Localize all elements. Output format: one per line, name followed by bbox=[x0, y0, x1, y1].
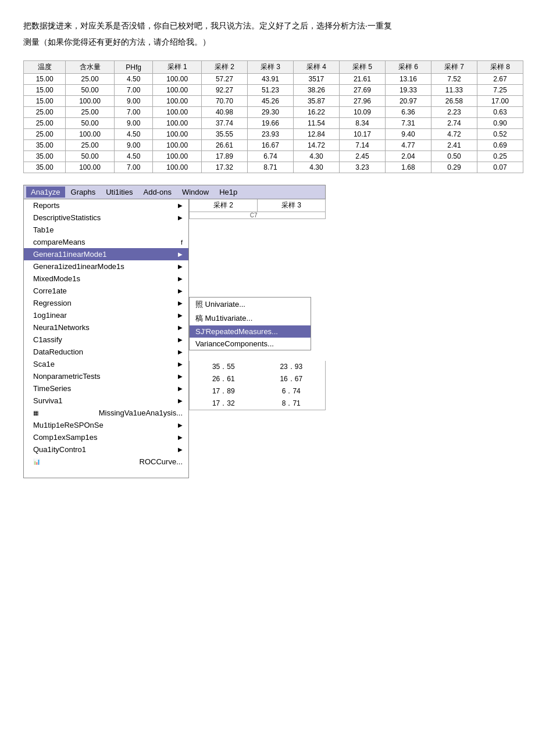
table-header: 含水量 bbox=[66, 61, 115, 74]
table-cell: 100.00 bbox=[153, 162, 202, 173]
arrow-icon: ▶ bbox=[178, 300, 183, 306]
table-cell: 7.25 bbox=[477, 85, 523, 96]
table-cell: 4.30 bbox=[293, 162, 339, 173]
menu-datareduction[interactable]: DataReduction ▶ bbox=[24, 346, 188, 358]
table-cell: 17.32 bbox=[201, 162, 247, 173]
menu-missingvalue[interactable]: ▦ MissingVa1ueAna1ysis... bbox=[24, 407, 188, 419]
menu-multipleresponse[interactable]: Mu1tip1eReSPOnSe ▶ bbox=[24, 419, 188, 431]
table-cell: 100.00 bbox=[153, 96, 202, 107]
table-cell: 2.23 bbox=[431, 107, 477, 118]
arrow-icon: ▶ bbox=[178, 361, 183, 367]
table-header: 采样 7 bbox=[431, 61, 477, 74]
table-cell: 15.00 bbox=[24, 74, 66, 85]
table-row: 15.0050.007.00100.0092.2751.2338.2627.69… bbox=[24, 85, 523, 96]
table-cell: 17.00 bbox=[477, 96, 523, 107]
table-row: 35.0050.004.50100.0017.896.744.302.452.0… bbox=[24, 151, 523, 162]
table-cell: 100.00 bbox=[66, 96, 115, 107]
menu-comparemeans[interactable]: compareMeans f bbox=[24, 236, 188, 248]
table-cell: 4.30 bbox=[293, 151, 339, 162]
table-header: PHfg bbox=[114, 61, 153, 74]
table-cell: 11.54 bbox=[293, 118, 339, 129]
table-row: 15.0025.004.50100.0057.2743.91351721.611… bbox=[24, 74, 523, 85]
menubar-addons[interactable]: Add-ons bbox=[138, 187, 176, 198]
col-label: C7 bbox=[192, 212, 258, 218]
table-cell: 27.69 bbox=[339, 85, 385, 96]
table-cell: 25.00 bbox=[66, 140, 115, 151]
table-cell: 2.45 bbox=[339, 151, 385, 162]
arrow-icon: ▶ bbox=[178, 263, 183, 270]
table-header: 温度 bbox=[24, 61, 66, 74]
table-cell: 7.52 bbox=[431, 74, 477, 85]
table-cell: 100.00 bbox=[153, 151, 202, 162]
menubar-utilities[interactable]: Uti1ities bbox=[101, 187, 137, 198]
menu-timeseries[interactable]: TimeSeries ▶ bbox=[24, 382, 188, 395]
table-cell: 35.00 bbox=[24, 151, 66, 162]
menu-regression[interactable]: Regression ▶ bbox=[24, 297, 188, 309]
table-cell: 7.00 bbox=[114, 85, 153, 96]
table-cell: 57.27 bbox=[201, 74, 247, 85]
arrow-icon: ▶ bbox=[178, 324, 183, 331]
table-cell: 3.23 bbox=[339, 162, 385, 173]
menu-container: Ana1yze Graphs Uti1ities Add-ons Window … bbox=[23, 185, 326, 478]
arrow-icon: ▶ bbox=[178, 251, 183, 257]
table-cell: 26.61 bbox=[201, 140, 247, 151]
menu-neuralnetworks[interactable]: Neura1Networks ▶ bbox=[24, 321, 188, 334]
table-cell: 14.72 bbox=[293, 140, 339, 151]
table-cell: 0.90 bbox=[477, 118, 523, 129]
table-cell: 51.23 bbox=[247, 85, 293, 96]
table-cell: 100.00 bbox=[153, 118, 202, 129]
menu-correlate[interactable]: Corre1ate ▶ bbox=[24, 285, 188, 297]
menu-generalizedlinearmodels[interactable]: Genera1ized1inearMode1s ▶ bbox=[24, 260, 188, 273]
data-preview-header: 采样 2 采样 3 bbox=[190, 199, 325, 212]
menu-survival[interactable]: Surviva1 ▶ bbox=[24, 395, 188, 407]
table-cell: 2.41 bbox=[431, 140, 477, 151]
menubar-window[interactable]: Window bbox=[177, 187, 213, 198]
menu-table[interactable]: Tab1e bbox=[24, 224, 188, 236]
menu-scale[interactable]: Sca1e ▶ bbox=[24, 358, 188, 370]
submenu-multivariate[interactable]: 稿 Mu1tivariate... bbox=[190, 311, 311, 325]
table-cell: 8.71 bbox=[247, 162, 293, 173]
menubar-analyze[interactable]: Ana1yze bbox=[26, 187, 65, 198]
menu-reports[interactable]: Reports ▶ bbox=[24, 199, 188, 212]
table-row: 17．32 8．71 bbox=[190, 397, 325, 410]
table-cell: 40.98 bbox=[201, 107, 247, 118]
table-cell: 4.72 bbox=[431, 129, 477, 140]
menu-roccurve[interactable]: 📊 ROCCurve... bbox=[24, 456, 188, 468]
table-cell: 16.67 bbox=[247, 140, 293, 151]
menu-qualitycontrol[interactable]: Qua1ityContro1 ▶ bbox=[24, 443, 188, 456]
table-cell: 7.31 bbox=[385, 118, 431, 129]
submenu-univariate[interactable]: 照 Univariate... bbox=[190, 298, 311, 311]
table-cell: 19.66 bbox=[247, 118, 293, 129]
arrow-icon: ▶ bbox=[178, 275, 183, 282]
menu-classify[interactable]: C1assify ▶ bbox=[24, 334, 188, 346]
main-menu: Reports ▶ DescriptiveStatistics ▶ Tab1e … bbox=[23, 199, 189, 478]
submenu-variancecomponents[interactable]: VarianceComponents... bbox=[190, 338, 311, 350]
menu-generallinearmodel[interactable]: Genera11inearMode1 ▶ bbox=[24, 248, 188, 260]
table-cell: 7.00 bbox=[114, 107, 153, 118]
arrow-icon: ▶ bbox=[178, 373, 183, 379]
table-cell: 19.33 bbox=[385, 85, 431, 96]
menubar-help[interactable]: He1p bbox=[215, 187, 242, 198]
menu-complexsamples[interactable]: Comp1exSamp1es ▶ bbox=[24, 431, 188, 443]
submenu-repeatedmeasures[interactable]: SJ'RepeatedMeasures... bbox=[190, 325, 311, 338]
menu-mixedmodels[interactable]: MixedMode1s ▶ bbox=[24, 273, 188, 285]
table-cell: 25.00 bbox=[24, 129, 66, 140]
table-cell: 100.00 bbox=[66, 162, 115, 173]
menu-nonparametrictests[interactable]: NonparametricTests ▶ bbox=[24, 370, 188, 382]
table-cell: 100.00 bbox=[153, 74, 202, 85]
data-table: 温度含水量PHfg采样 1采样 2采样 3采样 4采样 5采样 6采样 7采样 … bbox=[23, 60, 523, 173]
table-cell: 9.00 bbox=[114, 140, 153, 151]
arrow-icon: ▶ bbox=[178, 336, 183, 343]
table-cell: 27.96 bbox=[339, 96, 385, 107]
table-cell: 6.74 bbox=[247, 151, 293, 162]
table-header: 采样 1 bbox=[153, 61, 202, 74]
arrow-icon: ▶ bbox=[178, 202, 183, 209]
table-cell: 0.52 bbox=[477, 129, 523, 140]
menubar-graphs[interactable]: Graphs bbox=[66, 187, 101, 198]
table-cell: 10.09 bbox=[339, 107, 385, 118]
table-header: 采样 2 bbox=[201, 61, 247, 74]
table-cell: 70.70 bbox=[201, 96, 247, 107]
menu-descriptive[interactable]: DescriptiveStatistics ▶ bbox=[24, 212, 188, 224]
table-cell: 7.14 bbox=[339, 140, 385, 151]
menu-loglinear[interactable]: 1og1inear ▶ bbox=[24, 309, 188, 321]
